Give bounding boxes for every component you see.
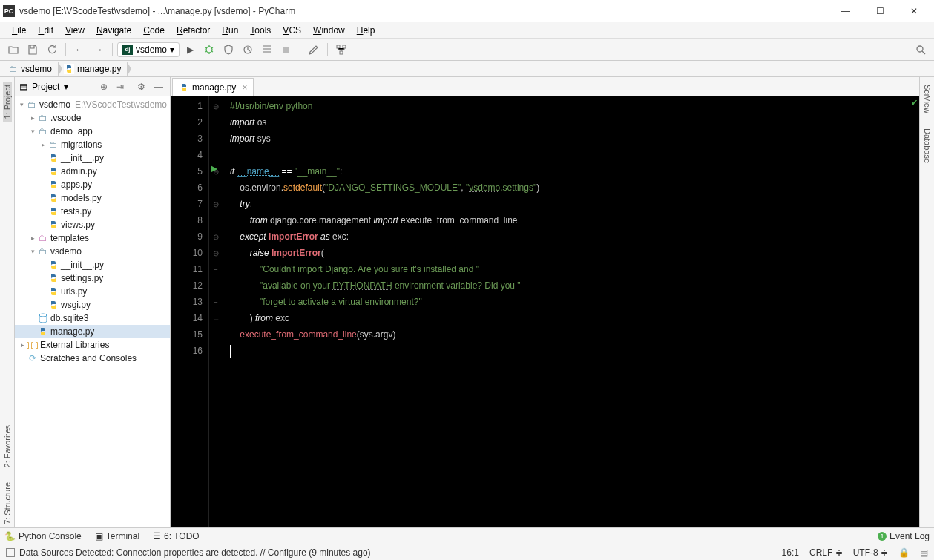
project-view-dropdown[interactable]: ▾ [64,82,68,92]
tab-terminal[interactable]: ▣Terminal [95,531,139,541]
project-panel: ▤ Project ▾ ⊕ ⇥ ⚙ — ▾🗀vsdemoE:\VScodeTes… [15,77,171,527]
run-button[interactable]: ▶ [181,41,199,59]
back-button[interactable]: ← [70,41,88,59]
close-button[interactable]: ✕ [897,1,931,22]
tool-tab-database[interactable]: Database [923,125,932,166]
svg-rect-2 [283,47,289,53]
tree-item-models-py[interactable]: models.py [15,191,170,205]
tab-python-console[interactable]: 🐍Python Console [4,531,82,541]
tree-item--vscode[interactable]: ▸🗀.vscode [15,111,170,125]
line-gutter: 12345678910111213141516 [171,96,209,527]
tree-item-demo-app[interactable]: ▾🗀demo_app [15,125,170,138]
coverage-button[interactable] [220,41,237,59]
menu-vcs[interactable]: VCS [277,24,307,37]
status-bar: Data Sources Detected: Connection proper… [0,544,934,560]
tree-item-templates[interactable]: ▸🗀templates [15,231,170,245]
menu-edit[interactable]: Edit [32,24,59,37]
lock-icon[interactable]: 🔒 [898,547,910,558]
line-separator[interactable]: CRLF ≑ [809,547,843,558]
tool-tab-structure[interactable]: 7: Structure [3,479,12,527]
menu-help[interactable]: Help [351,24,381,37]
chevron-down-icon: ▾ [170,45,174,55]
svg-point-0 [206,47,212,53]
svg-point-8 [39,314,47,317]
breadcrumb-file[interactable]: manage.py [58,64,127,74]
run-line-icon[interactable]: ▶ [211,163,217,174]
structure-button[interactable] [332,41,350,59]
menu-view[interactable]: View [59,24,91,37]
tree-item-urls-py[interactable]: urls.py [15,285,170,298]
tree-item-vsdemo[interactable]: ▾🗀vsdemoE:\VScodeTest\vsdemo [15,98,170,111]
locate-button[interactable]: ⊕ [98,82,110,92]
status-message: Data Sources Detected: Connection proper… [19,547,371,558]
maximize-button[interactable]: ☐ [863,1,897,22]
run-config-selector[interactable]: dj vsdemo ▾ [117,42,180,57]
tree-item---init---py[interactable]: __init__.py [15,258,170,271]
tree-item-admin-py[interactable]: admin.py [15,165,170,178]
code-editor[interactable]: 12345678910111213141516 ▶ ⊖⊖⊖⊖⊖⌐⌐⌐⌙ #!/u… [171,96,919,527]
tab-todo[interactable]: ☰6: TODO [153,531,200,541]
tree-item-db-sqlite3[interactable]: db.sqlite3 [15,312,170,325]
gear-icon[interactable]: ⚙ [135,82,148,92]
tree-item-views-py[interactable]: views.py [15,218,170,231]
tree-item-external-libraries[interactable]: ▸⫿⫿⫿External Libraries [15,338,170,352]
tree-item-settings-py[interactable]: settings.py [15,271,170,285]
tree-item-vsdemo[interactable]: ▾🗀vsdemo [15,245,170,258]
tool-tab-project[interactable]: 1: Project [3,82,12,122]
forward-button[interactable]: → [90,41,108,59]
tree-item---init---py[interactable]: __init__.py [15,151,170,165]
tree-item-manage-py[interactable]: manage.py [15,325,170,338]
fold-column[interactable]: ⊖⊖⊖⊖⊖⌐⌐⌐⌙ [209,96,223,527]
analysis-ok-icon: ✔ [911,98,918,108]
settings-button[interactable] [305,41,323,59]
status-checkbox[interactable] [6,548,15,557]
collapse-button[interactable]: ⇥ [114,82,126,92]
left-tool-stripe: 1: Project 2: Favorites 7: Structure [0,77,15,527]
stop-button[interactable] [277,41,295,59]
project-header-title: Project [32,82,59,92]
svg-rect-3 [337,45,340,48]
tree-item-wsgi-py[interactable]: wsgi.py [15,298,170,312]
breadcrumb-folder[interactable]: 🗀 vsdemo [3,64,58,74]
menu-window[interactable]: Window [307,24,351,37]
menu-file[interactable]: File [6,24,32,37]
tool-tab-favorites[interactable]: 2: Favorites [3,422,12,470]
project-header: ▤ Project ▾ ⊕ ⇥ ⚙ — [15,77,170,96]
python-file-icon [179,82,189,93]
minimize-button[interactable]: ― [829,1,863,22]
tool-tab-sciview[interactable]: SciView [923,82,932,116]
search-button[interactable] [912,41,930,59]
event-log-button[interactable]: 1Event Log [878,531,930,541]
menu-tools[interactable]: Tools [244,24,277,37]
editor-tab-label: manage.py [192,82,236,93]
menu-refactor[interactable]: Refactor [171,24,216,37]
svg-point-6 [917,46,923,52]
django-icon: dj [122,45,133,55]
debug-button[interactable] [200,41,218,59]
refresh-button[interactable] [43,41,61,59]
editor-tab-manage[interactable]: manage.py × [172,78,254,96]
tree-item-tests-py[interactable]: tests.py [15,205,170,218]
close-tab-button[interactable]: × [242,82,247,93]
menu-navigate[interactable]: Navigate [91,24,137,37]
todo-icon: ☰ [153,531,161,541]
menu-bar: FileEditViewNavigateCodeRefactorRunTools… [0,22,934,39]
indent-icon[interactable]: ▤ [920,547,928,558]
toolbar: ← → dj vsdemo ▾ ▶ [0,39,934,61]
tree-item-scratches-and-consoles[interactable]: ⟳Scratches and Consoles [15,352,170,365]
save-button[interactable] [24,41,42,59]
hide-panel-button[interactable]: — [152,82,165,92]
cursor-position[interactable]: 16:1 [782,547,799,558]
menu-code[interactable]: Code [137,24,171,37]
menu-run[interactable]: Run [216,24,244,37]
tree-item-apps-py[interactable]: apps.py [15,178,170,191]
project-tree[interactable]: ▾🗀vsdemoE:\VScodeTest\vsdemo▸🗀.vscode▾🗀d… [15,96,170,527]
open-button[interactable] [4,41,22,59]
tree-item-migrations[interactable]: ▸🗀migrations [15,138,170,151]
file-encoding[interactable]: UTF-8 ≑ [853,547,888,558]
code-content[interactable]: #!/usr/bin/env pythonimport osimport sys… [223,96,919,527]
profile-button[interactable] [239,41,257,59]
project-view-icon: ▤ [19,82,27,92]
tasks-button[interactable] [258,41,276,59]
app-icon: PC [3,5,15,17]
